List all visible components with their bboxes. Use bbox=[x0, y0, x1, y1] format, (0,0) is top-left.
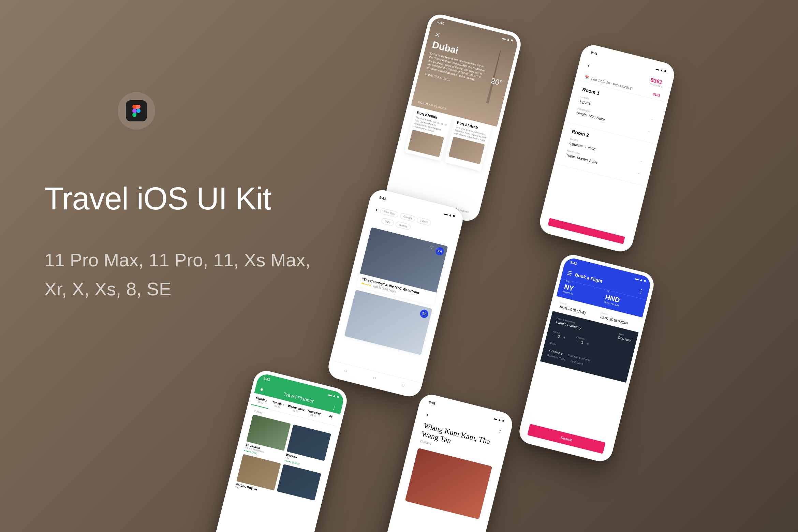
minus-button[interactable]: − bbox=[575, 338, 578, 343]
tab-bell-icon[interactable]: ○ bbox=[372, 374, 377, 381]
destination-card[interactable]: WarsawCity ●●●●● (1,285) bbox=[284, 424, 331, 471]
more-icon[interactable]: ⋮ bbox=[638, 287, 645, 295]
filter-pill[interactable]: Guests bbox=[395, 221, 411, 230]
place-card-burj-al-arab[interactable]: Burj Al Arab Welcome to the world's most… bbox=[444, 116, 492, 171]
share-icon[interactable]: ⤴ bbox=[498, 429, 502, 436]
phone-wiang: 9:41▬ ▲ ■ ‹ ⤴ Wiang Kum Kam, Tha Wang Ta… bbox=[375, 392, 515, 532]
figma-icon bbox=[126, 100, 147, 121]
menu-icon[interactable]: ☰ bbox=[566, 269, 573, 277]
destination-image bbox=[277, 464, 321, 501]
filter-pill[interactable]: Guests bbox=[399, 213, 416, 222]
back-icon[interactable]: ‹ bbox=[587, 62, 591, 69]
rating-badge: 7.8 bbox=[419, 309, 429, 319]
destination-card[interactable] bbox=[275, 464, 321, 508]
device-list: 11 Pro Max, 11 Pro, 11, Xs Max, Xr, X, X… bbox=[44, 246, 310, 304]
tab-profile-icon[interactable]: ○ bbox=[401, 382, 405, 388]
tab-home-icon[interactable]: ○ bbox=[343, 368, 348, 374]
back-icon[interactable]: ‹ bbox=[426, 411, 429, 418]
product-title: Travel iOS UI Kit bbox=[44, 181, 271, 217]
search-button[interactable]: Search bbox=[527, 424, 605, 454]
filter-pill[interactable]: Filters bbox=[416, 217, 432, 226]
total-price: $361TOTAL PRICE bbox=[649, 77, 664, 88]
destination-card[interactable]: Harbor, GdyniaCity bbox=[235, 454, 281, 498]
rating-badge: 8.4 bbox=[435, 246, 445, 256]
svg-point-0 bbox=[136, 109, 141, 113]
filter-pill[interactable]: Date bbox=[381, 218, 394, 226]
place-card-burj-khalifa[interactable]: Burj Khalifa The Burj Khalifa, known as … bbox=[404, 106, 452, 161]
destination-card[interactable]: StryszawaNature, Mountains ●●●●● (262) bbox=[244, 414, 291, 461]
heart-icon[interactable]: ♡ bbox=[429, 245, 434, 250]
avatar[interactable]: ● bbox=[259, 386, 264, 393]
phone-hotels: 9:41▬ ▲ ■ ‹ New York Guests Filters Date… bbox=[326, 188, 466, 399]
phone-flight: 9:41▬ ▲ ■ ☰ Book a Flight ⋮ From NY New … bbox=[517, 252, 656, 464]
filter-pill[interactable]: New York bbox=[380, 208, 399, 218]
back-icon[interactable]: ‹ bbox=[375, 206, 379, 213]
chevron-down-icon: ⌄ bbox=[640, 159, 644, 164]
plus-button[interactable]: + bbox=[563, 335, 566, 340]
class-option[interactable]: First Class bbox=[570, 359, 583, 366]
figma-badge bbox=[118, 92, 155, 130]
plus-button[interactable]: + bbox=[586, 341, 589, 346]
settings-icon[interactable]: ⋮ bbox=[331, 404, 338, 411]
chevron-down-icon: ⌄ bbox=[650, 117, 654, 122]
calendar-icon: 📅 bbox=[584, 75, 589, 80]
chevron-down-icon: ⌄ bbox=[647, 128, 651, 133]
night-price: $122 bbox=[652, 92, 661, 98]
minus-button[interactable]: − bbox=[552, 332, 555, 338]
phone-planner: 9:41▬ ▲ ■ ● Travel Planner ⋮ Monday30.11… bbox=[210, 368, 350, 532]
phone-dubai: 9:41▬ ▲ ■ ✕ Dubai Dubai is the largest a… bbox=[384, 12, 523, 224]
chevron-down-icon: ⌄ bbox=[637, 171, 641, 176]
book-button[interactable] bbox=[548, 218, 625, 244]
phone-booking: 9:41▬ ▲ ■ ‹ $361TOTAL PRICE 📅 Feb 12,201… bbox=[537, 43, 677, 254]
